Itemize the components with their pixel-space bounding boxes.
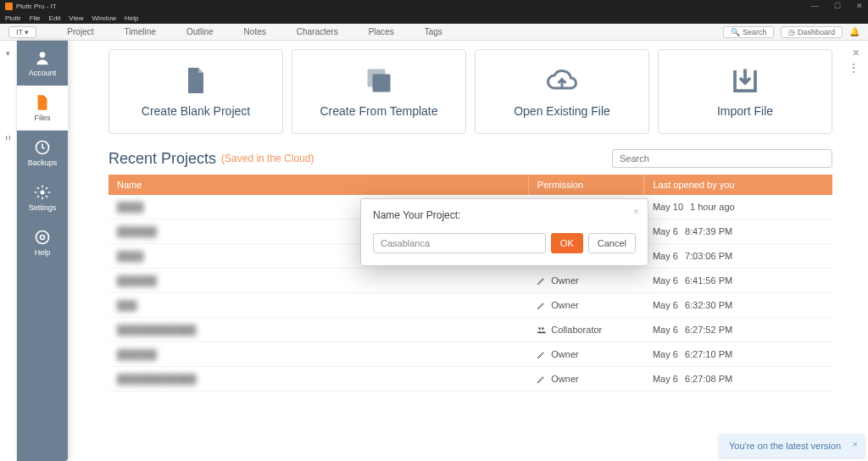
svg-point-2: [41, 191, 45, 195]
opened-cell: May 67:03:06 PM: [644, 244, 832, 269]
nav-dashboard-pill[interactable]: ◷ Dashboard: [781, 26, 843, 38]
card-label: Import File: [717, 104, 773, 118]
name-project-modal: × Name Your Project: OK Cancel: [360, 198, 648, 266]
close-icon[interactable]: ✕: [856, 2, 863, 10]
menu-edit[interactable]: Edit: [49, 14, 61, 22]
menu-view[interactable]: View: [69, 14, 83, 22]
sidebar: Account Files Backups Settings Help: [17, 41, 68, 461]
lang-pill[interactable]: IT ▾: [8, 26, 36, 38]
nav-outline[interactable]: Outline: [186, 27, 214, 36]
window-controls: — ☐ ✕: [811, 2, 863, 10]
svg-point-3: [36, 231, 49, 244]
project-name: ███: [117, 300, 136, 310]
titlebar: Plottr Pro - IT — ☐ ✕: [0, 0, 868, 12]
ok-button[interactable]: OK: [551, 233, 583, 253]
maximize-icon[interactable]: ☐: [834, 2, 841, 10]
sidebar-item-settings[interactable]: Settings: [17, 175, 68, 220]
recent-subtitle: (Saved in the Cloud): [221, 153, 314, 164]
svg-point-8: [542, 327, 544, 330]
account-icon: [34, 49, 51, 66]
minimize-icon[interactable]: —: [811, 2, 819, 10]
table-row[interactable]: ████████████CollaboratorMay 66:27:52 PM: [108, 318, 832, 342]
sidebar-item-account[interactable]: Account: [17, 41, 68, 86]
card-create-template[interactable]: Create From Template: [292, 49, 466, 134]
pane-more-icon[interactable]: ⋮: [848, 61, 860, 75]
col-opened[interactable]: Last opened by you: [644, 175, 832, 195]
project-name: ████: [117, 251, 143, 261]
menu-file[interactable]: File: [30, 14, 41, 22]
nav-places[interactable]: Places: [369, 27, 394, 36]
sidebar-item-files[interactable]: Files: [17, 86, 68, 131]
project-name: ██████: [117, 275, 157, 286]
project-name-input[interactable]: [373, 233, 546, 253]
card-label: Create Blank Project: [142, 104, 250, 118]
menu-window[interactable]: Window: [92, 14, 116, 22]
col-name[interactable]: Name: [108, 175, 528, 195]
recent-search-input[interactable]: [612, 149, 832, 168]
backups-icon: [34, 139, 51, 156]
nav-timeline[interactable]: Timeline: [124, 27, 155, 36]
sidebar-label: Account: [29, 69, 57, 77]
sidebar-item-help[interactable]: Help: [17, 220, 68, 265]
table-row[interactable]: ████████████OwnerMay 66:27:08 PM: [108, 367, 832, 392]
permission-cell: Owner: [537, 300, 636, 310]
pen-icon: [537, 350, 546, 359]
menubar: Plottr File Edit View Window Help: [0, 12, 868, 24]
table-row[interactable]: ███OwnerMay 66:32:30 PM: [108, 293, 832, 318]
project-name: ████████████: [117, 325, 197, 335]
modal-close-icon[interactable]: ×: [633, 206, 639, 218]
sidebar-item-backups[interactable]: Backups: [17, 131, 68, 175]
collaborator-icon: [537, 325, 546, 335]
svg-point-0: [40, 52, 46, 58]
secondary-nav: IT ▾ Project Timeline Outline Notes Char…: [0, 24, 868, 41]
template-icon: [364, 65, 394, 96]
permission-cell: Owner: [537, 275, 636, 286]
opened-cell: May 101 hour ago: [644, 195, 832, 219]
table-row[interactable]: ██████OwnerMay 66:27:10 PM: [108, 342, 832, 367]
filter-icon[interactable]: ▾: [6, 49, 10, 58]
card-label: Open Existing File: [514, 104, 610, 118]
files-icon: [34, 94, 51, 111]
opened-cell: May 66:27:52 PM: [644, 318, 832, 342]
gutter-letter: H: [5, 134, 11, 142]
permission-cell: Owner: [537, 349, 636, 359]
sidebar-label: Files: [34, 114, 50, 122]
nav-project[interactable]: Project: [67, 27, 93, 36]
toast-close-icon[interactable]: ×: [853, 439, 858, 449]
blank-file-icon: [181, 65, 211, 96]
table-row[interactable]: ██████OwnerMay 66:41:56 PM: [108, 269, 832, 293]
menu-help[interactable]: Help: [125, 14, 138, 22]
content-pane: × ⋮ Create Blank Project Create From Tem…: [68, 41, 868, 461]
nav-tags[interactable]: Tags: [425, 27, 442, 36]
project-name: ██████: [117, 226, 157, 236]
opened-cell: May 68:47:39 PM: [644, 219, 832, 244]
pane-close-icon[interactable]: ×: [853, 46, 860, 59]
cloud-upload-icon: [547, 65, 577, 96]
help-icon: [34, 229, 51, 246]
col-permission[interactable]: Permission: [528, 175, 644, 195]
import-icon: [730, 65, 760, 96]
bell-icon[interactable]: 🔔: [849, 27, 860, 36]
pen-icon: [537, 301, 546, 310]
card-import-file[interactable]: Import File: [658, 49, 832, 134]
permission-cell: Collaborator: [537, 325, 636, 335]
nav-characters[interactable]: Characters: [297, 27, 338, 36]
project-name: ████████████: [117, 374, 197, 384]
project-name: ████: [117, 202, 143, 212]
nav-notes[interactable]: Notes: [244, 27, 266, 36]
card-create-blank[interactable]: Create Blank Project: [108, 49, 283, 134]
pen-icon: [537, 375, 546, 384]
card-open-existing[interactable]: Open Existing File: [475, 49, 649, 134]
card-label: Create From Template: [320, 104, 437, 118]
permission-cell: Owner: [537, 374, 636, 384]
menu-plottr[interactable]: Plottr: [5, 14, 21, 22]
cancel-button[interactable]: Cancel: [588, 233, 636, 253]
opened-cell: May 66:27:10 PM: [644, 342, 832, 367]
toast-text: You're on the latest version: [729, 441, 841, 451]
nav-search-pill[interactable]: 🔍 Search: [723, 26, 774, 38]
modal-title: Name Your Project:: [373, 209, 636, 221]
pen-icon: [537, 276, 546, 286]
svg-rect-6: [373, 75, 391, 92]
gear-icon: [34, 184, 51, 201]
window-title: Plottr Pro - IT: [16, 3, 57, 10]
